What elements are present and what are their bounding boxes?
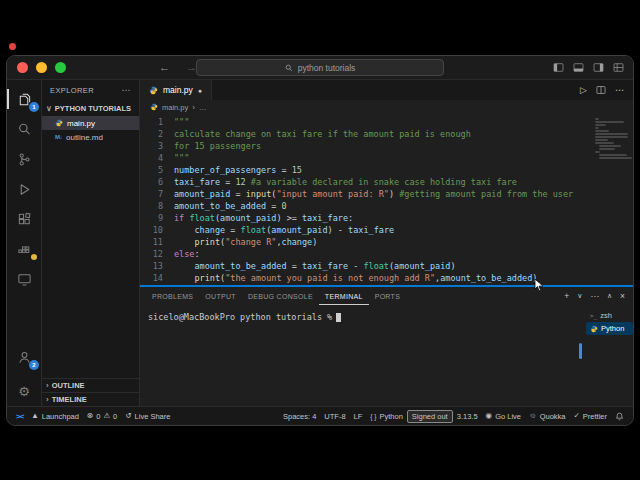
mouse-cursor — [534, 278, 544, 292]
split-editor-icon[interactable] — [596, 85, 606, 95]
tab-main-py[interactable]: main.py ● — [140, 80, 212, 100]
quokka-icon: ☺ — [529, 412, 537, 420]
search-activity-button[interactable] — [7, 114, 41, 144]
run-debug-icon — [17, 182, 32, 197]
remote-explorer-icon — [17, 272, 32, 287]
status-go-live[interactable]: ◉Go Live — [482, 407, 525, 425]
panel-more-actions-icon[interactable]: ⋯ — [590, 291, 599, 301]
editor-more-actions-icon[interactable]: ⋯ — [615, 85, 624, 95]
terminal-tab-zsh[interactable]: >_zsh — [586, 309, 633, 322]
activity-bar: 1 2 — [7, 80, 42, 406]
file-item-main.py[interactable]: main.py — [42, 116, 139, 130]
code-line: 9if float(amount_paid) >= taxi_fare: — [140, 212, 633, 224]
code-line: 8amount_to_be_added = 0 — [140, 200, 633, 212]
file-item-outline.md[interactable]: M↓outline.md — [42, 130, 139, 144]
code-line: 12else: — [140, 248, 633, 260]
terminal[interactable]: sicelo@MacBookPro python tutorials % — [140, 305, 586, 406]
toggle-secondary-sidebar-icon[interactable] — [593, 62, 604, 73]
breadcrumb-file[interactable]: main.py — [162, 103, 188, 112]
terminal-scrollbar[interactable] — [579, 343, 582, 359]
minimap[interactable] — [593, 117, 630, 161]
terminal-tab-python[interactable]: Python — [586, 322, 633, 335]
line-number: 7 — [140, 188, 174, 200]
panel-tab-terminal[interactable]: TERMINAL — [319, 287, 369, 305]
code-line: 6taxi_fare = 12 #a variable declared in … — [140, 176, 633, 188]
breadcrumb[interactable]: main.py › … — [140, 100, 633, 114]
status-encoding[interactable]: UTF-8 — [320, 407, 349, 425]
toggle-sidebar-icon[interactable] — [553, 62, 564, 73]
status-quokka[interactable]: ☺Quokka — [525, 407, 570, 425]
sidebar-section-outline[interactable]: ›OUTLINE — [42, 378, 139, 392]
sidebar-bottom-sections: ›OUTLINE›TIMELINE — [42, 378, 139, 406]
code-line: 1""" — [140, 116, 633, 128]
code-line: 10 change = float(amount_paid) - taxi_fa… — [140, 224, 633, 236]
notifications-button[interactable] — [611, 407, 628, 425]
modified-indicator[interactable]: ● — [198, 87, 202, 94]
status-language-mode[interactable]: { }Python — [366, 407, 407, 425]
line-number: 9 — [140, 212, 174, 224]
docker-activity-button[interactable] — [7, 234, 41, 264]
explorer-sidebar: EXPLORER ⋯ ∨ PYTHON TUTORIALS main.pyM↓o… — [42, 80, 140, 406]
remote-explorer-activity-button[interactable] — [7, 264, 41, 294]
more-actions-icon[interactable]: ⋯ — [122, 85, 131, 95]
panel-tabs: PROBLEMSOUTPUTDEBUG CONSOLETERMINALPORTS — [146, 287, 406, 305]
workspace-section-header[interactable]: ∨ PYTHON TUTORIALS — [42, 100, 139, 116]
bell-icon — [615, 412, 624, 421]
code-lines: 1"""2calculate change on taxi fare if th… — [140, 116, 633, 284]
search-icon — [17, 122, 32, 137]
line-number: 3 — [140, 140, 174, 152]
nav-back-icon[interactable]: ← — [159, 62, 170, 73]
status-eol[interactable]: LF — [350, 407, 367, 425]
terminal-icon: >_ — [590, 312, 597, 319]
toggle-panel-icon[interactable] — [573, 62, 584, 73]
status-signed-out[interactable]: Signed out — [407, 410, 453, 423]
minimize-window-button[interactable] — [36, 62, 47, 73]
status-prettier[interactable]: ✓Prettier — [570, 407, 611, 425]
panel-tab-problems[interactable]: PROBLEMS — [146, 287, 199, 305]
close-panel-icon[interactable]: × — [620, 291, 625, 301]
panel-tab-bar: PROBLEMSOUTPUTDEBUG CONSOLETERMINALPORTS… — [140, 287, 633, 305]
settings-button[interactable]: ⚙ — [7, 376, 41, 406]
panel-tab-debug-console[interactable]: DEBUG CONSOLE — [242, 287, 319, 305]
titlebar: ← → python tutorials — [7, 56, 633, 80]
source-control-activity-button[interactable] — [7, 144, 41, 174]
maximize-window-button[interactable] — [55, 62, 66, 73]
status-live-share[interactable]: ↺Live Share — [121, 407, 174, 425]
line-number: 4 — [140, 152, 174, 164]
status-indentation[interactable]: Spaces: 4 — [279, 407, 320, 425]
terminal-cursor — [336, 313, 341, 322]
extensions-activity-button[interactable] — [7, 204, 41, 234]
warning-badge — [31, 254, 37, 260]
panel-tab-output[interactable]: OUTPUT — [199, 287, 242, 305]
tab-label: main.py — [163, 85, 193, 95]
breadcrumb-symbol[interactable]: … — [199, 103, 207, 112]
terminal-panel: sicelo@MacBookPro python tutorials % >_z… — [140, 305, 633, 406]
command-center-search[interactable]: python tutorials — [196, 59, 444, 76]
error-icon: ⊗ — [87, 412, 93, 420]
maximize-panel-icon[interactable]: ∧ — [607, 292, 612, 300]
code-line: 13 amount_to_be_added = taxi_fare - floa… — [140, 260, 633, 272]
run-debug-activity-button[interactable] — [7, 174, 41, 204]
python-icon — [150, 103, 158, 111]
line-number: 2 — [140, 128, 174, 140]
remote-indicator[interactable]: >< — [12, 407, 27, 425]
status-python-version[interactable]: 3.13.5 — [453, 407, 482, 425]
customize-layout-icon[interactable] — [613, 62, 624, 73]
panel-tab-ports[interactable]: PORTS — [369, 287, 407, 305]
accounts-button[interactable]: 2 — [7, 342, 41, 372]
status-problems[interactable]: ⊗0 ⚠0 — [83, 407, 121, 425]
python-icon — [590, 325, 598, 333]
workbench: 1 2 — [7, 80, 633, 406]
new-terminal-icon[interactable]: + — [564, 291, 569, 301]
gear-icon: ⚙ — [18, 385, 30, 398]
chevron-down-icon: ∨ — [46, 104, 52, 113]
sidebar-section-timeline[interactable]: ›TIMELINE — [42, 392, 139, 406]
close-window-button[interactable] — [17, 62, 28, 73]
run-python-file-button[interactable]: ▷ — [580, 85, 587, 95]
explorer-activity-button[interactable]: 1 — [7, 84, 41, 114]
line-number: 1 — [140, 116, 174, 128]
code-editor[interactable]: 1"""2calculate change on taxi fare if th… — [140, 114, 633, 285]
status-launchpad[interactable]: ▲Launchpad — [27, 407, 83, 425]
terminal-profile-chevron-icon[interactable]: ∨ — [577, 292, 582, 300]
chevron-right-icon: › — [192, 103, 195, 112]
